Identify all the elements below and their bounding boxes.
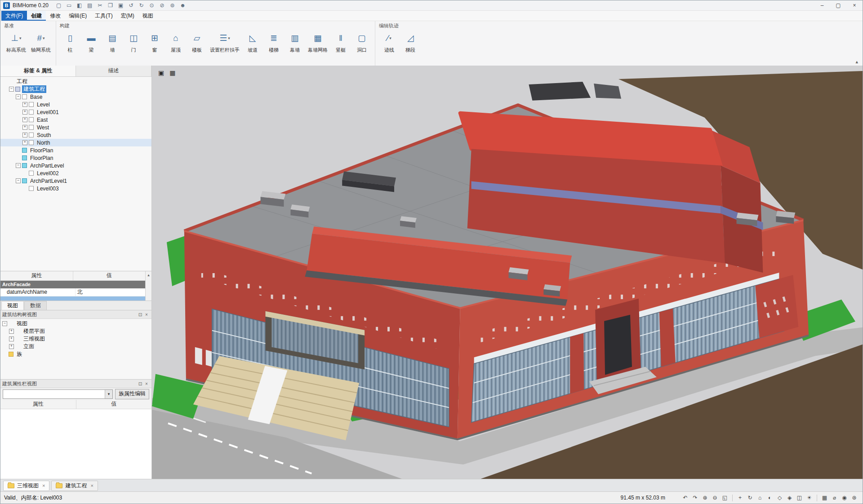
ribbon-button[interactable]: ▦ 幕墙网格 [306,30,330,62]
tab-description[interactable]: 描述 [76,66,151,76]
menu-item[interactable]: 编辑(E) [65,11,91,21]
dropdown-arrow-icon[interactable] [19,36,22,40]
ribbon-button[interactable]: # 轴网系统 [29,30,53,62]
grid-view-icon[interactable]: ▦ [169,69,175,76]
tree-expander-icon[interactable]: + [22,140,27,145]
tree-item[interactable]: Level003 [0,185,151,192]
cut-icon[interactable]: ✂ [95,1,105,9]
tree-item[interactable]: FloorPlan [0,146,151,154]
menu-item[interactable]: 工具(T) [91,11,116,21]
tab-data[interactable]: 数据 [24,301,47,310]
scroll-up-icon[interactable]: ▴ [147,273,150,277]
close-panel-icon[interactable]: × [143,312,150,317]
tree-expander-icon[interactable]: + [22,133,27,137]
ribbon-button[interactable]: ≣ 楼梯 [263,30,284,62]
ribbon-button[interactable]: ▯ 柱 [60,30,80,62]
tree-expander-icon[interactable]: + [9,336,14,341]
ribbon-button[interactable]: ▤ 墙 [102,30,123,62]
ribbon-collapse-icon[interactable]: ▴ [855,59,858,65]
tree-item[interactable]: − 视图 [0,320,151,327]
redo-icon[interactable]: ↻ [137,1,146,9]
tree-expander-icon[interactable]: − [9,87,14,92]
document-tab[interactable]: 建筑工程 × [51,481,98,491]
family-select[interactable]: ▾ [3,389,113,399]
tree-item[interactable]: − ArchPartLevel1 [0,177,151,185]
stop-icon[interactable]: ⊘ [157,1,167,9]
tree-expander-icon[interactable]: − [16,178,21,183]
close-tab-icon[interactable]: × [90,483,93,488]
refresh-icon[interactable]: ⊚ [168,1,177,9]
ribbon-button[interactable]: ⊥ 标高系统 [4,30,28,62]
zoom-in-icon[interactable]: ⊕ [700,494,710,502]
tree-item[interactable]: + East [0,116,151,124]
tree-expander-icon[interactable]: + [22,102,27,107]
shaded-icon[interactable]: ◐ [765,494,774,502]
tree-item[interactable]: 族 [0,350,151,358]
document-tab[interactable]: 三维视图 × [3,481,49,491]
open-folder-icon[interactable]: ▭ [64,1,74,9]
record-icon[interactable]: ⊙ [147,1,156,9]
paste-icon[interactable]: ▣ [116,1,125,9]
tree-item[interactable]: − 建筑工程 [0,85,151,93]
grid-icon[interactable]: ▦ [820,494,829,502]
viewport-3d[interactable]: ▣▦ [152,66,863,479]
chevron-down-icon[interactable]: ▾ [105,390,112,398]
tree-item[interactable]: Level002 [0,169,151,177]
ribbon-button[interactable]: ▥ 幕墙 [285,30,305,62]
new-document-icon[interactable]: ▢ [54,1,63,9]
next-view-icon[interactable]: ↷ [690,494,700,502]
tree-item[interactable]: + Level001 [0,108,151,116]
tree-expander-icon[interactable]: − [2,321,7,326]
tree-expander-icon[interactable]: − [16,94,21,99]
close-button[interactable]: × [846,1,863,10]
tree-expander-icon[interactable]: − [16,163,21,168]
dropdown-arrow-icon[interactable] [43,36,45,40]
props-scrollbar[interactable]: ▴ [145,271,151,301]
tree-item[interactable]: + Level [0,101,151,108]
user-icon[interactable]: ☻ [178,1,187,9]
dropdown-arrow-icon[interactable] [389,36,391,40]
home-icon[interactable]: ⌂ [755,494,765,502]
tree-expander-icon[interactable]: + [22,117,27,122]
tree-item[interactable]: + 三维视图 [0,335,151,343]
family-properties-edit-button[interactable]: 族属性编辑 [115,389,149,399]
tree-item[interactable]: + South [0,131,151,139]
3d-model-canvas[interactable] [152,66,863,479]
wireframe-icon[interactable]: ◇ [775,494,784,502]
menu-item[interactable]: 创建 [27,11,46,21]
camera-icon[interactable]: ◉ [840,494,849,502]
tree-item[interactable]: + 楼层平面 [0,327,151,335]
undo-icon[interactable]: ↺ [126,1,136,9]
tab-view[interactable]: 视图 [1,301,24,310]
menu-item[interactable]: 视图 [138,11,157,21]
pan-icon[interactable]: + [735,494,745,502]
maximize-button[interactable]: ▢ [830,1,846,10]
tree-expander-icon[interactable]: + [22,125,27,130]
tree-expander-icon[interactable]: + [9,329,14,334]
tree-item[interactable]: + 立面 [0,343,151,350]
orbit-icon[interactable]: ↻ [745,494,755,502]
print-icon[interactable]: ▤ [85,1,94,9]
measure-icon[interactable]: ⌀ [830,494,839,502]
ribbon-button[interactable]: ‖ 竖梃 [330,30,351,62]
zoom-fit-icon[interactable]: ◱ [720,494,730,502]
ribbon-button[interactable]: ∕ 迹线 [379,30,400,62]
tab-labels-properties[interactable]: 标签 & 属性 [0,66,76,76]
tree-item[interactable]: FloorPlan [0,154,151,162]
tree-expander-icon[interactable]: + [22,110,27,115]
tree-item[interactable]: − ArchPartLevel [0,162,151,169]
fit-view-icon[interactable]: ▣ [158,69,164,76]
ribbon-button[interactable]: ▢ 洞口 [351,30,372,62]
zoom-out-icon[interactable]: ⊖ [710,494,720,502]
ribbon-button[interactable]: ◫ 门 [123,30,144,62]
prev-view-icon[interactable]: ↶ [681,494,690,502]
tree-item[interactable]: 工程 [0,78,151,85]
menu-item[interactable]: 修改 [46,11,65,21]
float-panel-icon[interactable]: ⊡ [137,381,143,386]
float-panel-icon[interactable]: ⊡ [137,312,143,317]
settings-icon[interactable]: ⊛ [850,494,859,502]
ribbon-button[interactable]: ⌂ 屋顶 [165,30,186,62]
ribbon-button[interactable]: ⊞ 窗 [144,30,165,62]
minimize-button[interactable]: – [814,1,830,10]
hidden-line-icon[interactable]: ◈ [785,494,794,502]
